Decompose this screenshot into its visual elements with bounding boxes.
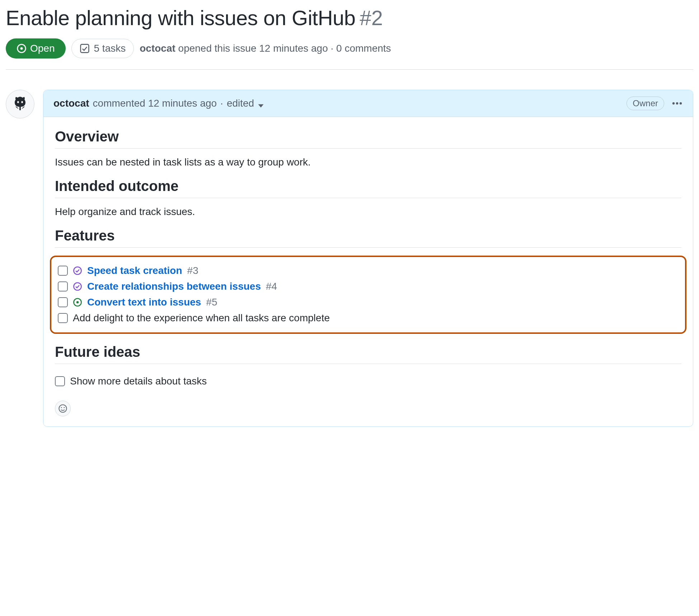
issue-byline: octocat opened this issue 12 minutes ago…: [140, 43, 391, 54]
comment-arrow: [43, 98, 43, 109]
svg-point-9: [74, 267, 81, 274]
tasklist-icon: [80, 43, 90, 53]
kebab-menu-button[interactable]: [671, 98, 683, 109]
caret-down-icon[interactable]: [258, 100, 264, 107]
future-tasklist: Show more details about tasks: [55, 372, 681, 392]
heading-features: Features: [55, 228, 681, 248]
comment-box: octocat commented 12 minutes ago · edite…: [43, 90, 693, 427]
commented-text: commented 12 minutes ago: [93, 98, 217, 109]
dot-separator: ·: [220, 98, 223, 109]
task-text: Show more details about tasks: [70, 375, 207, 387]
svg-point-14: [61, 407, 62, 408]
tasks-badge[interactable]: 5 tasks: [71, 39, 134, 58]
octocat-icon: [9, 93, 31, 115]
svg-point-5: [21, 101, 23, 103]
svg-rect-2: [80, 45, 89, 53]
issue-title: Enable planning with issues on GitHub: [6, 6, 356, 30]
task-item: Add delight to the experience when all t…: [58, 310, 679, 326]
issue-meta-row: Open 5 tasks octocat opened this issue 1…: [6, 38, 693, 70]
task-item: Convert text into issues #5: [58, 294, 679, 310]
overview-text: Issues can be nested in task lists as a …: [55, 157, 681, 168]
state-label: Open: [30, 43, 55, 54]
comments-count: 0 comments: [336, 43, 391, 54]
reaction-row: [55, 401, 681, 416]
svg-point-12: [76, 301, 79, 304]
task-ref: #3: [187, 265, 198, 276]
issue-header: Enable planning with issues on GitHub #2: [6, 6, 693, 30]
task-checkbox[interactable]: [58, 281, 68, 291]
timeline: octocat commented 12 minutes ago · edite…: [6, 90, 693, 427]
task-text: Add delight to the experience when all t…: [73, 312, 330, 324]
author-link[interactable]: octocat: [140, 43, 175, 54]
heading-intended-outcome: Intended outcome: [55, 178, 681, 198]
task-checkbox[interactable]: [58, 297, 68, 307]
svg-point-4: [17, 101, 19, 103]
comment-author-link[interactable]: octocat: [53, 98, 89, 109]
task-item: Create relationships between issues #4: [58, 279, 679, 294]
task-item: Speed task creation #3: [58, 263, 679, 279]
tasks-count-label: 5 tasks: [94, 43, 126, 54]
comment-header: octocat commented 12 minutes ago · edite…: [43, 90, 693, 117]
features-tasklist: Speed task creation #3Create relationshi…: [50, 256, 686, 334]
task-ref: #5: [206, 297, 217, 308]
separator: ·: [331, 43, 334, 54]
issue-open-icon: [17, 43, 27, 53]
issue-closed-icon: [73, 266, 82, 275]
smiley-icon: [58, 404, 67, 413]
task-link[interactable]: Create relationships between issues: [87, 281, 261, 292]
avatar[interactable]: [6, 90, 34, 118]
svg-point-13: [59, 405, 66, 412]
issue-closed-icon: [73, 282, 82, 291]
svg-point-8: [680, 102, 682, 104]
svg-point-10: [74, 283, 81, 290]
state-badge-open: Open: [6, 38, 66, 59]
task-link[interactable]: Speed task creation: [87, 265, 182, 276]
svg-point-6: [672, 102, 675, 104]
edited-label[interactable]: edited: [227, 98, 254, 109]
svg-point-7: [676, 102, 678, 104]
svg-point-15: [64, 407, 65, 408]
task-checkbox[interactable]: [58, 313, 68, 323]
issue-number: #2: [360, 6, 383, 30]
opened-text: opened this issue 12 minutes ago: [178, 43, 328, 54]
task-link[interactable]: Convert text into issues: [87, 297, 201, 308]
role-badge: Owner: [627, 97, 664, 110]
add-reaction-button[interactable]: [55, 401, 71, 416]
svg-point-1: [20, 47, 23, 50]
heading-future-ideas: Future ideas: [55, 344, 681, 364]
task-checkbox[interactable]: [55, 376, 65, 386]
issue-open-icon: [73, 298, 82, 307]
task-item: Show more details about tasks: [55, 373, 681, 389]
comment-body: Overview Issues can be nested in task li…: [43, 117, 693, 426]
task-checkbox[interactable]: [58, 266, 68, 276]
task-ref: #4: [266, 281, 277, 292]
heading-overview: Overview: [55, 129, 681, 149]
intended-text: Help organize and track issues.: [55, 206, 681, 218]
